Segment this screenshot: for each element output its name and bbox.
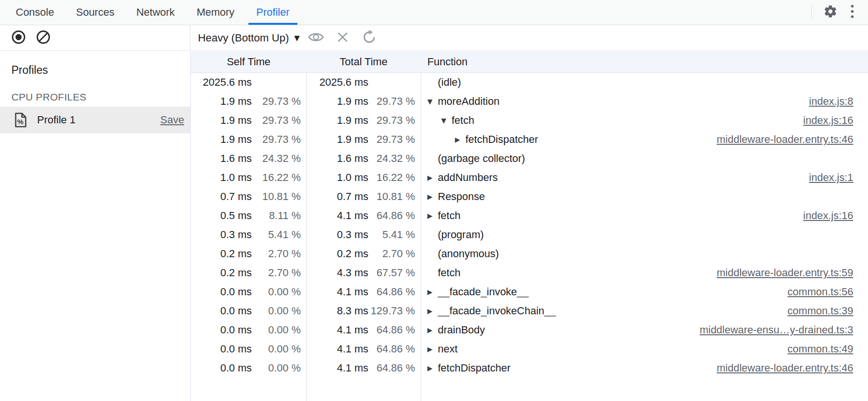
table-row[interactable]: 0.0 ms 0.00 % 4.1 ms 64.86 % ▶ __facade_…: [191, 282, 868, 301]
record-profile-button[interactable]: [10, 29, 27, 47]
function-cell: ▶ drainBody middleware-ensu…y-drained.ts…: [421, 321, 868, 340]
column-header-self-time[interactable]: Self Time: [191, 51, 306, 72]
self-time-ms: 0.0 ms: [191, 305, 252, 317]
total-time-ms: 0.3 ms: [306, 229, 368, 241]
column-header-total-time[interactable]: Total Time: [306, 51, 421, 72]
profile-list-item[interactable]: % Profile 1 Save: [0, 107, 190, 133]
expand-arrow-icon[interactable]: ▶: [427, 307, 438, 315]
table-row[interactable]: 1.6 ms 24.32 % 1.6 ms 24.32 % (garbage c…: [191, 149, 868, 168]
table-row[interactable]: 0.0 ms 0.00 % 4.1 ms 64.86 % ▶ fetchDisp…: [191, 359, 868, 378]
table-row[interactable]: 1.9 ms 29.73 % 1.9 ms 29.73 % ▶ fetchDis…: [191, 130, 868, 149]
clear-icon: [35, 29, 51, 47]
total-time-cell: 1.9 ms 29.73 %: [306, 133, 421, 146]
self-time-cell: 0.2 ms 2.70 %: [191, 248, 306, 260]
self-time-ms: 1.9 ms: [191, 114, 252, 127]
self-time-cell: 0.0 ms 0.00 %: [191, 362, 306, 374]
total-time-ms: 1.9 ms: [306, 133, 368, 146]
self-time-pct: 16.22 %: [252, 171, 306, 184]
table-row[interactable]: 0.0 ms 0.00 % 4.1 ms 64.86 % ▶ drainBody…: [191, 321, 868, 340]
total-time-ms: 1.0 ms: [306, 171, 368, 184]
profiles-sidebar: Profiles CPU PROFILES % Profile 1 Save: [0, 51, 190, 401]
function-name: next: [438, 343, 458, 355]
column-header-function[interactable]: Function: [421, 51, 868, 72]
self-time-ms: 0.7 ms: [191, 190, 252, 203]
table-row[interactable]: 0.2 ms 2.70 % 0.2 ms 2.70 % (anonymous): [191, 244, 868, 263]
tab-sources[interactable]: Sources: [65, 0, 126, 25]
total-time-cell: 4.1 ms 64.86 %: [306, 286, 421, 298]
settings-button[interactable]: [819, 0, 841, 25]
record-icon: [10, 29, 27, 47]
source-location-link[interactable]: index.js:16: [803, 114, 853, 127]
expand-arrow-icon[interactable]: ▶: [427, 364, 438, 372]
expand-arrow-icon[interactable]: ▶: [427, 212, 438, 220]
self-time-pct: 5.41 %: [252, 229, 306, 241]
expand-arrow-icon[interactable]: ▼: [427, 98, 438, 105]
total-time-ms: 4.1 ms: [306, 286, 368, 298]
clear-profiles-button[interactable]: [35, 29, 51, 47]
table-row[interactable]: 2025.6 ms 2025.6 ms (idle): [191, 73, 868, 92]
self-time-cell: 0.0 ms 0.00 %: [191, 343, 306, 355]
function-name: fetch: [438, 267, 461, 279]
total-time-pct: 29.73 %: [368, 133, 421, 146]
total-time-pct: 64.86 %: [368, 343, 421, 355]
restore-functions-button[interactable]: [359, 28, 380, 49]
total-time-pct: 64.86 %: [368, 362, 421, 374]
total-time-cell: 1.0 ms 16.22 %: [306, 171, 421, 184]
source-location-link[interactable]: middleware-ensu…y-drained.ts:3: [700, 324, 853, 336]
self-time-cell: 1.9 ms 29.73 %: [191, 114, 306, 127]
source-location-link[interactable]: middleware-loader.entry.ts:46: [717, 362, 853, 374]
profile-view-dropdown[interactable]: Heavy (Bottom Up) ▼: [198, 32, 300, 44]
total-time-ms: 4.3 ms: [306, 267, 368, 279]
table-row[interactable]: 1.9 ms 29.73 % 1.9 ms 29.73 % ▼ fetch in…: [191, 111, 868, 130]
expand-arrow-icon[interactable]: ▶: [427, 288, 438, 296]
total-time-ms: 4.1 ms: [306, 362, 368, 374]
table-row[interactable]: 0.0 ms 0.00 % 4.1 ms 64.86 % ▶ next comm…: [191, 340, 868, 359]
gear-icon: [823, 4, 838, 20]
self-time-pct: 0.00 %: [252, 343, 306, 355]
function-name: (garbage collector): [438, 152, 525, 165]
total-time-pct: 64.86 %: [368, 286, 421, 298]
function-cell: ▼ fetch index.js:16: [421, 111, 868, 130]
table-row[interactable]: 0.0 ms 0.00 % 8.3 ms 129.73 % ▶ __facade…: [191, 301, 868, 321]
tab-console[interactable]: Console: [5, 0, 65, 25]
source-location-link[interactable]: common.ts:39: [788, 305, 853, 317]
expand-arrow-icon[interactable]: ▶: [427, 193, 438, 200]
self-time-pct: 0.00 %: [252, 286, 306, 298]
expand-arrow-icon[interactable]: ▶: [455, 136, 465, 143]
source-location-link[interactable]: common.ts:49: [788, 343, 853, 355]
self-time-pct: 29.73 %: [252, 114, 306, 127]
expand-arrow-icon[interactable]: ▶: [427, 326, 438, 334]
self-time-cell: 1.9 ms 29.73 %: [191, 95, 306, 108]
source-location-link[interactable]: index.js:8: [809, 95, 853, 108]
self-time-cell: 0.7 ms 10.81 %: [191, 190, 306, 203]
self-time-cell: 0.5 ms 8.11 %: [191, 210, 306, 222]
function-name: __facade_invoke__: [438, 286, 529, 298]
expand-arrow-icon[interactable]: ▶: [427, 174, 438, 181]
focus-visibility-button[interactable]: [306, 28, 326, 49]
tab-profiler[interactable]: Profiler: [246, 0, 301, 25]
save-profile-link[interactable]: Save: [160, 114, 184, 126]
table-row[interactable]: 1.9 ms 29.73 % 1.9 ms 29.73 % ▼ moreAddi…: [191, 92, 868, 111]
source-location-link[interactable]: index.js:16: [803, 210, 853, 222]
tab-network[interactable]: Network: [125, 0, 186, 25]
exclude-function-button[interactable]: [332, 28, 353, 49]
table-row[interactable]: 1.0 ms 16.22 % 1.0 ms 16.22 % ▶ addNumbe…: [191, 168, 868, 187]
source-location-link[interactable]: index.js:1: [809, 171, 853, 184]
table-row[interactable]: 0.3 ms 5.41 % 0.3 ms 5.41 % (program): [191, 225, 868, 244]
function-cell: ▶ __facade_invokeChain__ common.ts:39: [421, 301, 868, 321]
function-name: fetch: [452, 114, 474, 127]
source-location-link[interactable]: middleware-loader.entry.ts:46: [717, 133, 853, 146]
more-menu-button[interactable]: [841, 0, 863, 25]
expand-arrow-icon[interactable]: ▼: [441, 117, 452, 124]
total-time-pct: 129.73 %: [368, 305, 421, 317]
table-row[interactable]: 0.2 ms 2.70 % 4.3 ms 67.57 % fetch middl…: [191, 263, 868, 282]
table-row[interactable]: 0.5 ms 8.11 % 4.1 ms 64.86 % ▶ fetch ind…: [191, 206, 868, 225]
tab-memory[interactable]: Memory: [186, 0, 245, 25]
total-time-cell: 8.3 ms 129.73 %: [306, 305, 421, 317]
function-cell: (anonymous): [421, 244, 868, 263]
source-location-link[interactable]: common.ts:56: [788, 286, 853, 298]
function-cell: (idle): [421, 73, 868, 92]
table-row[interactable]: 0.7 ms 10.81 % 0.7 ms 10.81 % ▶ Response: [191, 187, 868, 206]
source-location-link[interactable]: middleware-loader.entry.ts:59: [717, 267, 853, 279]
expand-arrow-icon[interactable]: ▶: [427, 345, 438, 353]
